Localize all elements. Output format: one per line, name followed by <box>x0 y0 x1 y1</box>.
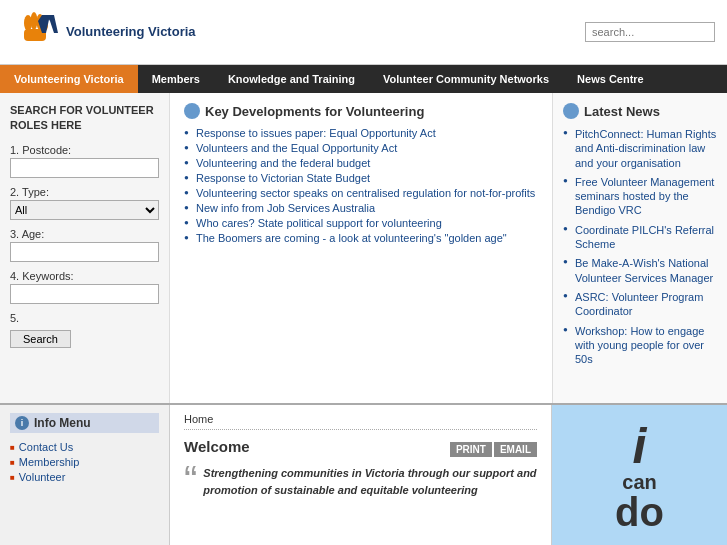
postcode-field: 1. Postcode: <box>10 144 159 178</box>
keywords-label: 4. Keywords: <box>10 270 159 282</box>
print-button[interactable]: PRINT <box>450 442 492 457</box>
list-item[interactable]: Be Make-A-Wish's National Volunteer Serv… <box>563 256 717 285</box>
bottom-section: i Info Menu Contact Us Membership Volunt… <box>0 403 727 545</box>
logo-icon <box>12 11 60 53</box>
postcode-label: 1. Postcode: <box>10 144 159 156</box>
search-sidebar: SEARCH FOR VOLUNTEER ROLES HERE 1. Postc… <box>0 93 170 403</box>
list-item[interactable]: Who cares? State political support for v… <box>184 217 538 229</box>
list-item[interactable]: PitchConnect: Human Rights and Anti-disc… <box>563 127 717 170</box>
list-item[interactable]: Volunteering and the federal budget <box>184 157 538 169</box>
age-input[interactable] <box>10 242 159 262</box>
list-item[interactable]: Response to Victorian State Budget <box>184 172 538 184</box>
type-label: 2. Type: <box>10 186 159 198</box>
latest-news-icon <box>563 103 579 119</box>
svg-point-1 <box>31 12 38 30</box>
list-item[interactable]: Volunteers and the Equal Opportunity Act <box>184 142 538 154</box>
bottom-right-panel: i can do <box>552 405 727 545</box>
email-button[interactable]: EMAIL <box>494 442 537 457</box>
list-item[interactable]: Free Volunteer Management seminars hoste… <box>563 175 717 218</box>
main-content: SEARCH FOR VOLUNTEER ROLES HERE 1. Postc… <box>0 93 727 403</box>
list-item[interactable]: Workshop: How to engage with young peopl… <box>563 324 717 367</box>
list-item[interactable]: Coordinate PILCH's Referral Scheme <box>563 223 717 252</box>
nav-item-knowledge[interactable]: Knowledge and Training <box>214 65 369 93</box>
latest-news-sidebar: Latest News PitchConnect: Human Rights a… <box>552 93 727 403</box>
list-item[interactable]: The Boomers are coming - a look at volun… <box>184 232 538 244</box>
welcome-title: Welcome <box>184 438 250 455</box>
list-item[interactable]: Volunteering sector speaks on centralise… <box>184 187 538 199</box>
search-button[interactable]: Search <box>10 330 71 348</box>
latest-news-title: Latest News <box>563 103 717 119</box>
age-field: 3. Age: <box>10 228 159 262</box>
icando-do-text: do <box>615 494 664 530</box>
postcode-input[interactable] <box>10 158 159 178</box>
key-developments-section: Key Developments for Volunteering Respon… <box>184 103 538 244</box>
list-item[interactable]: ASRC: Volunteer Program Coordinator <box>563 290 717 319</box>
center-content: Key Developments for Volunteering Respon… <box>170 93 552 403</box>
list-item[interactable]: New info from Job Services Australia <box>184 202 538 214</box>
header-search-input[interactable] <box>585 22 715 42</box>
nav-item-news-centre[interactable]: News Centre <box>563 65 658 93</box>
list-item[interactable]: Response to issues paper: Equal Opportun… <box>184 127 538 139</box>
info-menu-item-contact[interactable]: Contact Us <box>10 441 159 453</box>
icando-box: i can do <box>552 405 727 545</box>
key-developments-list: Response to issues paper: Equal Opportun… <box>184 127 538 244</box>
info-menu-item-volunteer[interactable]: Volunteer <box>10 471 159 483</box>
type-field: 2. Type: All <box>10 186 159 220</box>
bottom-left-panel: i Info Menu Contact Us Membership Volunt… <box>0 405 170 545</box>
key-dev-icon <box>184 103 200 119</box>
key-developments-title: Key Developments for Volunteering <box>184 103 538 119</box>
search-sidebar-title: SEARCH FOR VOLUNTEER ROLES HERE <box>10 103 159 134</box>
welcome-body: “ Strengthening communities in Victoria … <box>184 465 537 500</box>
welcome-text: Strengthening communities in Victoria th… <box>203 465 537 498</box>
breadcrumb: Home <box>184 413 537 430</box>
logo-area: Volunteering Victoria <box>12 11 196 53</box>
icando-i-text: i <box>633 421 647 471</box>
bottom-center-panel: Home Welcome PRINT EMAIL “ Strengthening… <box>170 405 552 545</box>
keywords-input[interactable] <box>10 284 159 304</box>
info-menu-list: Contact Us Membership Volunteer <box>10 441 159 483</box>
navbar: Volunteering Victoria Members Knowledge … <box>0 65 727 93</box>
search-number-label: 5. <box>10 312 159 324</box>
nav-item-members[interactable]: Members <box>138 65 214 93</box>
logo-text: Volunteering Victoria <box>66 24 196 41</box>
nav-item-volunteering-victoria[interactable]: Volunteering Victoria <box>0 65 138 93</box>
info-menu-title: i Info Menu <box>10 413 159 433</box>
search-button-field: 5. Search <box>10 312 159 348</box>
info-icon: i <box>15 416 29 430</box>
type-select[interactable]: All <box>10 200 159 220</box>
page-header: Volunteering Victoria <box>0 0 727 65</box>
keywords-field: 4. Keywords: <box>10 270 159 304</box>
age-label: 3. Age: <box>10 228 159 240</box>
quote-mark: “ <box>184 460 197 500</box>
welcome-actions: PRINT EMAIL <box>450 442 537 457</box>
latest-news-list: PitchConnect: Human Rights and Anti-disc… <box>563 127 717 366</box>
info-menu-item-membership[interactable]: Membership <box>10 456 159 468</box>
header-search-area <box>585 22 715 42</box>
nav-item-networks[interactable]: Volunteer Community Networks <box>369 65 563 93</box>
